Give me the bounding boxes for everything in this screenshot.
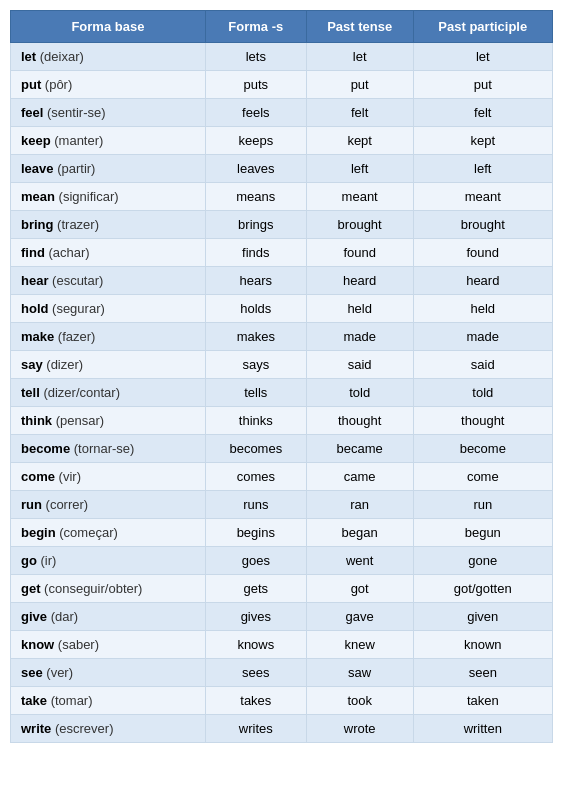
- cell-past-tense: knew: [306, 631, 413, 659]
- cell-base-form: become (tornar-se): [11, 435, 206, 463]
- cell-base-form: hear (escutar): [11, 267, 206, 295]
- cell-base-form: give (dar): [11, 603, 206, 631]
- base-word: hold: [21, 301, 48, 316]
- cell-past-tense: heard: [306, 267, 413, 295]
- translation: (trazer): [54, 217, 100, 232]
- column-header-0: Forma base: [11, 11, 206, 43]
- cell-s-form: takes: [205, 687, 306, 715]
- table-row: get (conseguir/obter)getsgotgot/gotten: [11, 575, 553, 603]
- base-word: feel: [21, 105, 43, 120]
- cell-past-participle: known: [413, 631, 552, 659]
- base-word: say: [21, 357, 43, 372]
- cell-past-participle: given: [413, 603, 552, 631]
- cell-past-participle: heard: [413, 267, 552, 295]
- cell-past-tense: kept: [306, 127, 413, 155]
- cell-s-form: tells: [205, 379, 306, 407]
- cell-s-form: goes: [205, 547, 306, 575]
- table-row: let (deixar)letsletlet: [11, 43, 553, 71]
- cell-base-form: keep (manter): [11, 127, 206, 155]
- table-row: mean (significar)meansmeantmeant: [11, 183, 553, 211]
- table-row: say (dizer)sayssaidsaid: [11, 351, 553, 379]
- cell-past-tense: told: [306, 379, 413, 407]
- table-row: write (escrever)writeswrotewritten: [11, 715, 553, 743]
- cell-past-tense: gave: [306, 603, 413, 631]
- cell-s-form: holds: [205, 295, 306, 323]
- cell-past-participle: left: [413, 155, 552, 183]
- translation: (significar): [55, 189, 119, 204]
- base-word: put: [21, 77, 41, 92]
- cell-s-form: hears: [205, 267, 306, 295]
- translation: (partir): [54, 161, 96, 176]
- table-row: run (correr)runsranrun: [11, 491, 553, 519]
- cell-s-form: runs: [205, 491, 306, 519]
- cell-base-form: know (saber): [11, 631, 206, 659]
- cell-past-participle: let: [413, 43, 552, 71]
- cell-base-form: tell (dizer/contar): [11, 379, 206, 407]
- cell-past-tense: meant: [306, 183, 413, 211]
- cell-past-participle: kept: [413, 127, 552, 155]
- base-word: give: [21, 609, 47, 624]
- cell-s-form: keeps: [205, 127, 306, 155]
- base-word: run: [21, 497, 42, 512]
- cell-base-form: get (conseguir/obter): [11, 575, 206, 603]
- cell-past-participle: begun: [413, 519, 552, 547]
- cell-past-participle: run: [413, 491, 552, 519]
- cell-s-form: puts: [205, 71, 306, 99]
- base-word: become: [21, 441, 70, 456]
- cell-past-tense: ran: [306, 491, 413, 519]
- cell-past-tense: wrote: [306, 715, 413, 743]
- cell-base-form: say (dizer): [11, 351, 206, 379]
- base-word: tell: [21, 385, 40, 400]
- cell-past-tense: took: [306, 687, 413, 715]
- cell-base-form: find (achar): [11, 239, 206, 267]
- cell-past-tense: left: [306, 155, 413, 183]
- cell-base-form: see (ver): [11, 659, 206, 687]
- cell-base-form: take (tomar): [11, 687, 206, 715]
- cell-base-form: put (pôr): [11, 71, 206, 99]
- table-row: tell (dizer/contar)tellstoldtold: [11, 379, 553, 407]
- cell-past-participle: come: [413, 463, 552, 491]
- base-word: find: [21, 245, 45, 260]
- cell-past-participle: found: [413, 239, 552, 267]
- cell-past-participle: meant: [413, 183, 552, 211]
- cell-s-form: begins: [205, 519, 306, 547]
- cell-s-form: means: [205, 183, 306, 211]
- cell-past-participle: felt: [413, 99, 552, 127]
- cell-s-form: leaves: [205, 155, 306, 183]
- cell-past-tense: became: [306, 435, 413, 463]
- cell-s-form: writes: [205, 715, 306, 743]
- translation: (fazer): [54, 329, 95, 344]
- translation: (pôr): [41, 77, 72, 92]
- base-word: see: [21, 665, 43, 680]
- cell-base-form: come (vir): [11, 463, 206, 491]
- translation: (dizer): [43, 357, 83, 372]
- cell-base-form: make (fazer): [11, 323, 206, 351]
- cell-s-form: thinks: [205, 407, 306, 435]
- cell-past-tense: came: [306, 463, 413, 491]
- cell-past-tense: got: [306, 575, 413, 603]
- translation: (correr): [42, 497, 88, 512]
- base-word: let: [21, 49, 36, 64]
- cell-s-form: lets: [205, 43, 306, 71]
- table-row: make (fazer)makesmademade: [11, 323, 553, 351]
- cell-s-form: comes: [205, 463, 306, 491]
- cell-past-participle: said: [413, 351, 552, 379]
- base-word: take: [21, 693, 47, 708]
- translation: (escrever): [51, 721, 113, 736]
- base-word: leave: [21, 161, 54, 176]
- cell-base-form: run (correr): [11, 491, 206, 519]
- cell-s-form: feels: [205, 99, 306, 127]
- translation: (sentir-se): [43, 105, 105, 120]
- table-row: know (saber)knowsknewknown: [11, 631, 553, 659]
- cell-base-form: hold (segurar): [11, 295, 206, 323]
- table-row: go (ir)goeswentgone: [11, 547, 553, 575]
- base-word: mean: [21, 189, 55, 204]
- cell-past-tense: felt: [306, 99, 413, 127]
- base-word: begin: [21, 525, 56, 540]
- cell-s-form: says: [205, 351, 306, 379]
- cell-s-form: knows: [205, 631, 306, 659]
- table-row: hold (segurar)holdsheldheld: [11, 295, 553, 323]
- translation: (ir): [37, 553, 57, 568]
- table-row: see (ver)seessawseen: [11, 659, 553, 687]
- cell-s-form: brings: [205, 211, 306, 239]
